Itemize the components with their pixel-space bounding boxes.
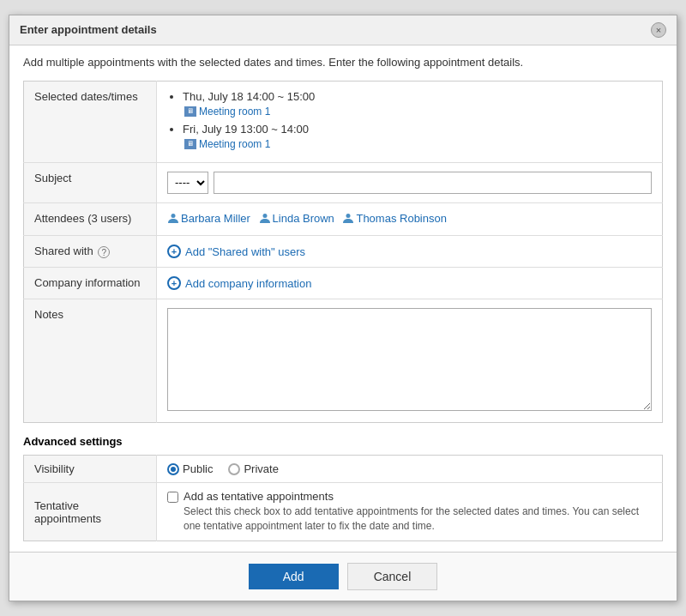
visibility-public-label[interactable]: Public [167,462,213,475]
shared-with-row: Shared with ? + Add "Shared with" users [24,236,663,268]
attendees-value: Barbara Miller Linda Brown [157,202,663,236]
tentative-checkbox-row: Add as tentative appointments Select thi… [167,490,652,534]
intro-text: Add multiple appointments with the selec… [23,56,663,69]
tentative-row: Tentative appointments Add as tentative … [24,483,663,541]
attendee-name-thomas: Thomas Robinson [356,212,447,225]
notes-row: Notes [24,299,663,423]
notes-textarea[interactable] [167,308,652,411]
add-company-info-icon: + [167,276,181,290]
attendee-barbara[interactable]: Barbara Miller [167,212,250,225]
attendees-label: Attendees (3 users) [24,202,157,236]
tentative-checkbox[interactable] [167,492,178,503]
date-text-1: Thu, July 18 14:00 ~ 15:00 [183,90,315,103]
tentative-checkbox-content: Add as tentative appointments Select thi… [184,490,652,534]
advanced-table: Visibility Public Private [23,455,663,541]
shared-with-help-icon[interactable]: ? [98,246,110,258]
subject-value: ---- [157,162,663,202]
form-table: Selected dates/times Thu, July 18 14:00 … [23,81,663,424]
tentative-checkbox-label: Add as tentative appointments [184,490,334,503]
shared-with-label-text: Shared with [34,245,93,257]
visibility-public-text: Public [183,462,213,475]
meeting-room-icon-1: 🖥 [184,106,196,117]
cancel-button[interactable]: Cancel [347,563,438,590]
tentative-label: Tentative appointments [24,483,157,541]
visibility-private-text: Private [244,462,278,475]
shared-with-label: Shared with ? [24,236,157,268]
attendee-name-linda: Linda Brown [273,212,334,225]
add-shared-with-link[interactable]: + Add "Shared with" users [167,245,305,258]
selected-dates-value: Thu, July 18 14:00 ~ 15:00 🖥 Meeting roo… [157,81,663,162]
subject-select[interactable]: ---- [167,172,208,194]
shared-with-value: + Add "Shared with" users [157,236,663,268]
visibility-label: Visibility [24,456,157,483]
date-item-2: Fri, July 19 13:00 ~ 14:00 🖥 Meeting roo… [183,123,652,150]
dialog-body: Add multiple appointments with the selec… [9,45,677,552]
close-button[interactable]: × [651,22,666,38]
dialog-header: Enter appointment details × [9,15,677,45]
meeting-room-link-1[interactable]: 🖥 Meeting room 1 [184,106,270,118]
advanced-settings: Advanced settings Visibility Public [23,435,663,541]
attendee-name-barbara: Barbara Miller [181,212,250,225]
company-info-label: Company information [24,268,157,299]
dialog-title: Enter appointment details [20,23,157,36]
attendee-icon-thomas [342,212,354,224]
subject-row: Subject ---- [24,162,663,202]
subject-input[interactable] [214,172,652,194]
company-info-value: + Add company information [157,268,663,299]
svg-point-1 [262,214,267,218]
add-button[interactable]: Add [249,564,339,589]
add-shared-with-text: Add "Shared with" users [185,245,305,258]
subject-controls: ---- [167,172,652,194]
meeting-room-icon-2: 🖥 [184,139,196,149]
tentative-description: Select this check box to add tentative a… [184,504,652,534]
date-list: Thu, July 18 14:00 ~ 15:00 🖥 Meeting roo… [183,90,652,150]
attendee-thomas[interactable]: Thomas Robinson [342,212,447,225]
visibility-public-radio[interactable] [167,463,179,475]
add-shared-with-icon: + [167,245,181,258]
date-item-1: Thu, July 18 14:00 ~ 15:00 🖥 Meeting roo… [183,90,652,118]
date-text-2: Fri, July 19 13:00 ~ 14:00 [183,123,309,136]
advanced-title: Advanced settings [23,435,663,448]
svg-point-2 [346,214,351,218]
meeting-room-link-2[interactable]: 🖥 Meeting room 1 [184,138,270,150]
add-company-info-link[interactable]: + Add company information [167,276,311,290]
svg-point-0 [172,214,176,218]
appointment-dialog: Enter appointment details × Add multiple… [9,15,677,601]
add-company-info-text: Add company information [185,277,311,290]
notes-label: Notes [24,299,157,423]
visibility-row: Visibility Public Private [24,456,663,483]
visibility-radio-group: Public Private [167,462,652,475]
visibility-value: Public Private [157,456,663,483]
meeting-room-text-1: Meeting room 1 [199,106,270,118]
attendees-row: Attendees (3 users) Barbara Miller [24,202,663,236]
attendee-icon-linda [259,212,271,224]
attendee-linda[interactable]: Linda Brown [259,212,334,225]
visibility-private-label[interactable]: Private [228,462,278,475]
tentative-value: Add as tentative appointments Select thi… [157,483,663,541]
visibility-private-radio[interactable] [228,463,240,475]
selected-dates-label: Selected dates/times [24,81,157,162]
meeting-room-text-2: Meeting room 1 [199,138,270,150]
dialog-footer: Add Cancel [9,552,677,601]
notes-value [157,299,663,423]
subject-label: Subject [24,162,157,202]
attendee-icon-barbara [167,212,179,224]
selected-dates-row: Selected dates/times Thu, July 18 14:00 … [24,81,663,162]
company-info-row: Company information + Add company inform… [24,268,663,299]
